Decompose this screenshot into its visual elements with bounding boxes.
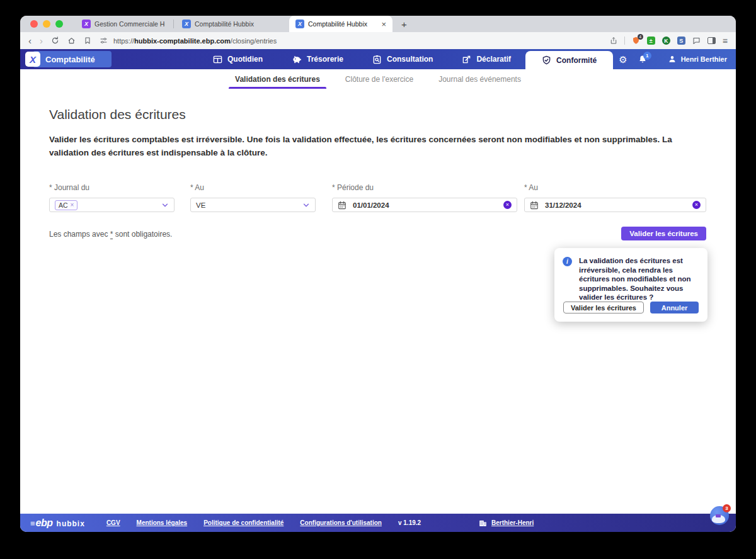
company-selector[interactable]: Berthier-Henri: [479, 519, 534, 527]
page-title: Validation des écritures: [49, 107, 186, 122]
company-name: Berthier-Henri: [491, 519, 534, 526]
app-header: X Comptabilité Quotidien Trésorerie Co: [20, 49, 736, 69]
nav-label: Déclaratif: [476, 55, 511, 64]
journal-du-multiselect[interactable]: AC ×: [49, 198, 175, 212]
footer-link-cgv[interactable]: CGV: [106, 519, 120, 526]
hubbix-favicon: X: [295, 20, 304, 28]
toolbar-extensions: 4 ± K S ≡: [610, 36, 728, 46]
field-label: * Période du: [332, 183, 517, 192]
field-journal-au: * Au VE: [190, 183, 316, 212]
url-domain: hubbix-comptabilite.ebp.com: [134, 37, 231, 45]
browser-tab-gestion-commerciale[interactable]: X Gestion Commerciale Hubbix: [76, 16, 171, 32]
browser-toolbar: ‹ › https://hubbix-comptabilite.ebp.com/…: [20, 32, 736, 49]
notification-count-badge: 1: [643, 52, 651, 60]
ebp-logo-mark: ≡: [30, 519, 35, 528]
chevron-down-icon: [302, 201, 310, 209]
chat-unread-badge: 3: [723, 504, 731, 512]
browser-tab-comptabilite-active[interactable]: X Comptabilité Hubbix ×: [289, 16, 392, 32]
periode-au-datepicker[interactable]: 31/12/2024 ×: [524, 198, 706, 212]
nav-item-declaratif[interactable]: Déclaratif: [447, 49, 525, 69]
validate-entries-button[interactable]: Valider les écritures: [621, 227, 706, 240]
field-label: * Journal du: [49, 183, 175, 192]
calendar-icon[interactable]: [530, 201, 539, 210]
sub-nav: Validation des écritures Clôture de l'ex…: [20, 69, 736, 89]
clear-date-icon[interactable]: ×: [503, 201, 512, 209]
site-settings-icon[interactable]: [100, 37, 108, 45]
building-icon: [479, 519, 487, 527]
tab-cloture-de-lexercice[interactable]: Clôture de l'exercice: [344, 69, 415, 89]
minimize-window-button[interactable]: [43, 20, 50, 28]
sidebar-panel-icon[interactable]: [707, 37, 716, 44]
main-nav: Quotidien Trésorerie Consultation Déclar…: [198, 49, 613, 69]
nav-item-tresorerie[interactable]: Trésorerie: [277, 49, 358, 69]
selected-value: VE: [196, 201, 205, 209]
extension-s-icon[interactable]: S: [677, 37, 685, 45]
note-prefix: Les champs avec: [49, 230, 110, 239]
grid-icon: [213, 55, 222, 64]
nav-label: Quotidien: [227, 55, 263, 64]
journal-au-select[interactable]: VE: [190, 198, 316, 212]
product-name: Comptabilité: [33, 51, 112, 67]
header-actions: ⚙ 1 Henri Berthier: [599, 49, 727, 69]
user-menu[interactable]: Henri Berthier: [668, 55, 727, 64]
gear-icon[interactable]: ⚙: [619, 55, 627, 64]
adblock-shield-icon[interactable]: 4: [632, 37, 640, 45]
browser-tab-strip: X Gestion Commerciale Hubbix X Comptabil…: [20, 16, 736, 32]
browser-tab-comptabilite-1[interactable]: X Comptabilité Hubbix: [176, 16, 272, 32]
periode-du-datepicker[interactable]: 01/01/2024 ×: [332, 198, 517, 212]
chat-widget[interactable]: 3: [710, 506, 729, 525]
close-window-button[interactable]: [30, 20, 38, 28]
field-label: * Au: [524, 183, 706, 192]
chip-remove-icon[interactable]: ×: [71, 202, 74, 208]
footer-link-configurations-utilisation[interactable]: Configurations d'utilisation: [300, 519, 382, 526]
address-bar[interactable]: https://hubbix-comptabilite.ebp.com/clos…: [100, 37, 602, 45]
nav-label: Consultation: [387, 55, 433, 64]
footer-link-politique-confidentialite[interactable]: Politique de confidentialité: [203, 519, 284, 526]
forward-icon[interactable]: ›: [40, 36, 43, 45]
home-icon[interactable]: [599, 55, 608, 64]
declaration-doc-icon: [462, 55, 471, 64]
ebp-logo-text: ebp: [36, 517, 53, 529]
clipboard-search-icon: [372, 55, 382, 64]
brand[interactable]: X Comptabilité: [25, 51, 112, 67]
chat-extension-icon[interactable]: [692, 37, 701, 45]
zoom-window-button[interactable]: [55, 20, 63, 28]
clear-date-icon[interactable]: ×: [692, 201, 701, 209]
traffic-lights: [30, 16, 63, 32]
notifications-bell-icon[interactable]: 1: [638, 55, 647, 64]
extension-k-icon[interactable]: K: [662, 37, 670, 45]
popup-confirm-button[interactable]: Valider les écritures: [563, 302, 644, 313]
tab-journal-des-evenements[interactable]: Journal des événements: [437, 69, 522, 89]
footer: ≡ ebp hubbix CGV Mentions légales Politi…: [20, 514, 736, 532]
journal-chip[interactable]: AC ×: [55, 200, 77, 210]
calendar-icon[interactable]: [338, 201, 346, 210]
extension-plus-icon[interactable]: ±: [647, 37, 655, 45]
tab-validation-des-ecritures[interactable]: Validation des écritures: [234, 69, 321, 89]
share-icon[interactable]: [610, 37, 617, 45]
reload-icon[interactable]: [51, 37, 59, 45]
home-icon[interactable]: [67, 37, 76, 45]
tab-title: Comptabilité Hubbix: [308, 20, 377, 28]
nav-item-consultation[interactable]: Consultation: [358, 49, 447, 69]
popup-message: La validation des écritures est irrévers…: [579, 256, 701, 302]
hubbix-logo-text: hubbix: [57, 519, 85, 528]
tab-title: Gestion Commerciale Hubbix: [94, 20, 165, 28]
url-scheme: https://: [113, 37, 134, 45]
nav-label: Conformité: [556, 56, 597, 65]
new-tab-button[interactable]: +: [401, 19, 407, 30]
back-icon[interactable]: ‹: [28, 36, 32, 45]
info-icon: i: [563, 257, 572, 266]
page-description: Valider les écritures comptables est irr…: [49, 133, 708, 159]
close-tab-icon[interactable]: ×: [381, 20, 386, 28]
shield-check-icon: [542, 55, 551, 65]
footer-link-mentions-legales[interactable]: Mentions légales: [137, 519, 188, 526]
field-label: * Au: [190, 183, 316, 192]
popup-cancel-button[interactable]: Annuler: [650, 302, 699, 313]
url-path: /closing/entries: [231, 37, 277, 45]
bookmark-icon[interactable]: [84, 37, 91, 45]
required-fields-note: Les champs avec * sont obligatoires.: [49, 230, 172, 239]
hubbix-favicon: X: [182, 20, 191, 28]
nav-item-quotidien[interactable]: Quotidien: [198, 49, 277, 69]
chat-widget-logo: [716, 514, 721, 517]
browser-menu-icon[interactable]: ≡: [723, 36, 728, 46]
